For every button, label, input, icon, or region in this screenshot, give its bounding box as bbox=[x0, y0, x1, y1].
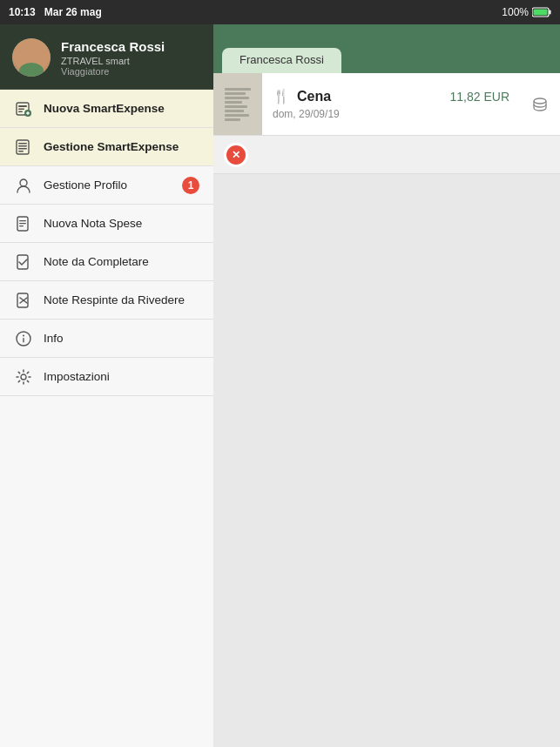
content-header: Francesca Rossi bbox=[213, 24, 560, 73]
sidebar-item-info[interactable]: Info bbox=[0, 320, 213, 358]
sidebar-item-label: Note Respinte da Rivedere bbox=[44, 293, 199, 306]
manage-expense-icon bbox=[14, 138, 33, 157]
svg-point-27 bbox=[21, 374, 26, 380]
sidebar-item-label: Impostazioni bbox=[44, 370, 199, 383]
expense-card[interactable]: 🍴 Cena 11,82 EUR dom, 29/09/19 bbox=[213, 73, 560, 136]
expense-coins bbox=[520, 73, 560, 135]
username: Francesca Rossi bbox=[61, 39, 165, 54]
user-info: Francesca Rossi ZTRAVEL smart Viaggiator… bbox=[61, 39, 165, 77]
sidebar-item-label: Note da Completare bbox=[44, 255, 199, 268]
new-expense-icon bbox=[14, 99, 33, 118]
expense-date: dom, 29/09/19 bbox=[273, 108, 509, 120]
battery-indicator: 100% bbox=[502, 6, 529, 18]
svg-rect-6 bbox=[18, 111, 23, 112]
main-content: Francesca Rossi 🍴 bbox=[213, 24, 560, 747]
delete-row bbox=[213, 136, 560, 174]
coins-icon bbox=[530, 95, 550, 114]
svg-rect-10 bbox=[17, 140, 29, 154]
svg-rect-18 bbox=[19, 223, 26, 224]
svg-rect-5 bbox=[18, 108, 24, 110]
complete-note-icon bbox=[14, 252, 33, 272]
svg-rect-4 bbox=[18, 105, 27, 107]
sidebar-item-label: Nuova SmartExpense bbox=[44, 102, 199, 115]
sidebar-item-impostazioni[interactable]: Impostazioni bbox=[0, 358, 213, 396]
sidebar-item-label: Gestione SmartExpense bbox=[44, 140, 199, 153]
content-body bbox=[213, 174, 560, 747]
user-role: Viaggiatore bbox=[61, 66, 165, 77]
fork-knife-icon: 🍴 bbox=[273, 88, 290, 104]
svg-rect-11 bbox=[18, 143, 27, 145]
sidebar-item-gestione-profilo[interactable]: Gestione Profilo 1 bbox=[0, 166, 213, 205]
app-name: ZTRAVEL smart bbox=[61, 56, 165, 66]
app-container: Francesca Rossi ZTRAVEL smart Viaggiator… bbox=[0, 24, 560, 747]
delete-button[interactable] bbox=[224, 143, 248, 167]
expense-top: 🍴 Cena 11,82 EUR bbox=[273, 88, 509, 104]
receipt-lines bbox=[221, 84, 254, 124]
profile-icon bbox=[14, 176, 33, 195]
sidebar-item-gestione-smartexpense[interactable]: Gestione SmartExpense bbox=[0, 128, 213, 166]
svg-point-15 bbox=[20, 179, 27, 186]
svg-rect-25 bbox=[23, 338, 24, 343]
sidebar-item-label: Info bbox=[44, 332, 199, 345]
sidebar-item-label: Gestione Profilo bbox=[44, 178, 172, 192]
sidebar-item-nuova-smartexpense[interactable]: Nuova SmartExpense bbox=[0, 90, 213, 128]
status-indicators: 100% bbox=[502, 6, 551, 18]
expense-name-row: 🍴 Cena bbox=[273, 88, 331, 104]
svg-rect-19 bbox=[19, 225, 24, 226]
svg-rect-17 bbox=[19, 220, 26, 221]
rejected-note-icon bbox=[14, 291, 33, 310]
svg-rect-14 bbox=[18, 151, 24, 152]
expense-info: 🍴 Cena 11,82 EUR dom, 29/09/19 bbox=[262, 73, 520, 135]
svg-rect-1 bbox=[550, 10, 551, 15]
sidebar-menu: Nuova SmartExpense Gestione SmartExpense bbox=[0, 90, 213, 747]
svg-rect-13 bbox=[18, 148, 27, 150]
sidebar: Francesca Rossi ZTRAVEL smart Viaggiator… bbox=[0, 24, 213, 747]
svg-rect-12 bbox=[18, 145, 27, 147]
sidebar-item-nuova-nota-spese[interactable]: Nuova Nota Spese bbox=[0, 205, 213, 243]
profile-badge: 1 bbox=[182, 177, 199, 194]
sidebar-item-note-da-completare[interactable]: Note da Completare bbox=[0, 243, 213, 281]
sidebar-item-note-respinte[interactable]: Note Respinte da Rivedere bbox=[0, 281, 213, 320]
avatar bbox=[12, 38, 51, 77]
sidebar-header: Francesca Rossi ZTRAVEL smart Viaggiator… bbox=[0, 24, 213, 90]
settings-icon bbox=[14, 367, 33, 387]
battery-icon bbox=[532, 7, 551, 17]
status-time-date: 10:13 Mar 26 mag bbox=[9, 6, 102, 18]
info-icon bbox=[14, 329, 33, 348]
svg-rect-2 bbox=[534, 10, 548, 16]
status-bar: 10:13 Mar 26 mag 100% bbox=[0, 0, 560, 24]
sidebar-item-label: Nuova Nota Spese bbox=[44, 217, 199, 230]
expense-amount: 11,82 EUR bbox=[450, 90, 509, 104]
svg-point-28 bbox=[534, 98, 546, 104]
svg-rect-9 bbox=[27, 111, 28, 115]
new-note-icon bbox=[14, 214, 33, 233]
svg-point-26 bbox=[23, 334, 24, 336]
receipt-thumbnail bbox=[213, 73, 262, 135]
tab-label: Francesca Rossi bbox=[240, 53, 324, 66]
expense-name: Cena bbox=[297, 89, 331, 104]
content-tab[interactable]: Francesca Rossi bbox=[222, 48, 341, 73]
